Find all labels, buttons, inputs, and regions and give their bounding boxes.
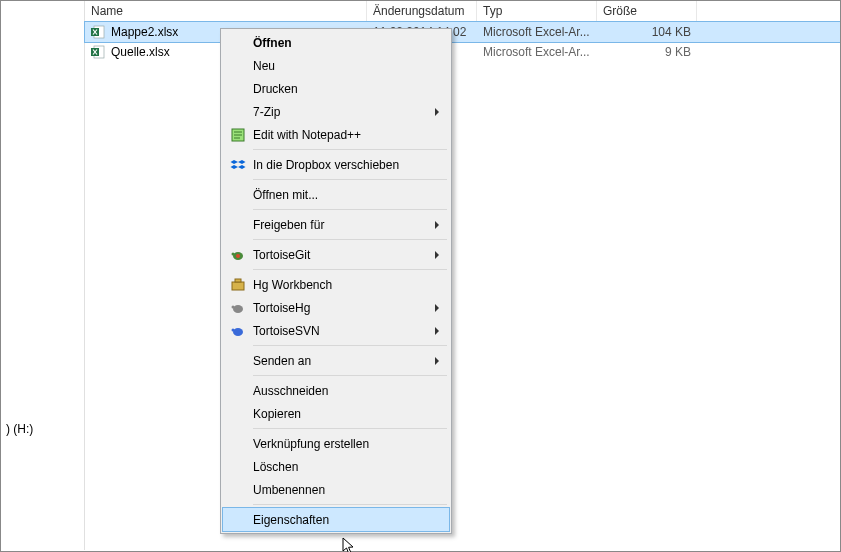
col-type-header[interactable]: Typ [477,0,597,21]
menu-separator [253,345,447,346]
svg-point-12 [233,328,243,336]
menu-tortoisegit[interactable]: TortoiseGit [223,243,449,266]
dropbox-icon [229,156,247,174]
excel-file-icon [91,45,105,59]
submenu-arrow-icon [435,327,439,335]
menu-separator [253,269,447,270]
svg-point-10 [233,305,243,313]
menu-edit-npp[interactable]: Edit with Notepad++ [223,123,449,146]
menu-tortoisesvn[interactable]: TortoiseSVN [223,319,449,342]
file-row[interactable]: Quelle.xlsx Microsoft Excel-Ar... 9 KB [85,42,841,62]
menu-send-to[interactable]: Senden an [223,349,449,372]
col-date-header[interactable]: Änderungsdatum [367,0,477,21]
menu-separator [253,149,447,150]
svg-rect-9 [235,279,241,282]
menu-separator [253,239,447,240]
menu-open-with[interactable]: Öffnen mit... [223,183,449,206]
file-size: 9 KB [597,42,697,62]
menu-separator [253,179,447,180]
svg-rect-8 [232,282,244,290]
file-row[interactable]: Mappe2.xlsx 11.02.2014 14:02 Microsoft E… [85,22,841,42]
file-name: Mappe2.xlsx [111,25,178,39]
menu-print[interactable]: Drucken [223,77,449,100]
svg-point-7 [236,254,240,258]
tortoisegit-icon [229,246,247,264]
submenu-arrow-icon [435,251,439,259]
tree-drive-item[interactable]: ) (H:) [6,420,84,438]
col-size-header[interactable]: Größe [597,0,697,21]
submenu-arrow-icon [435,304,439,312]
submenu-arrow-icon [435,108,439,116]
menu-rename[interactable]: Umbenennen [223,478,449,501]
menu-separator [253,209,447,210]
menu-properties[interactable]: Eigenschaften [223,508,449,531]
menu-copy[interactable]: Kopieren [223,402,449,425]
submenu-arrow-icon [435,357,439,365]
context-menu: Öffnen Neu Drucken 7-Zip Edit with Notep… [220,28,452,534]
menu-share[interactable]: Freigeben für [223,213,449,236]
menu-separator [253,375,447,376]
svg-point-11 [232,306,235,309]
menu-delete[interactable]: Löschen [223,455,449,478]
menu-separator [253,428,447,429]
submenu-arrow-icon [435,221,439,229]
file-name: Quelle.xlsx [111,45,170,59]
menu-create-shortcut[interactable]: Verknüpfung erstellen [223,432,449,455]
menu-7zip[interactable]: 7-Zip [223,100,449,123]
hg-workbench-icon [229,276,247,294]
menu-hg-workbench[interactable]: Hg Workbench [223,273,449,296]
excel-file-icon [91,25,105,39]
file-type: Microsoft Excel-Ar... [477,42,597,62]
menu-open[interactable]: Öffnen [223,31,449,54]
tortoisesvn-icon [229,322,247,340]
svg-point-13 [232,329,235,332]
svg-point-6 [232,253,235,256]
column-header-row: Name Änderungsdatum Typ Größe [85,0,841,22]
menu-separator [253,504,447,505]
col-name-header[interactable]: Name [85,0,367,21]
tortoisehg-icon [229,299,247,317]
menu-cut[interactable]: Ausschneiden [223,379,449,402]
file-size: 104 KB [597,22,697,42]
notepadpp-icon [229,126,247,144]
menu-tortoisehg[interactable]: TortoiseHg [223,296,449,319]
menu-dropbox[interactable]: In die Dropbox verschieben [223,153,449,176]
file-type: Microsoft Excel-Ar... [477,22,597,42]
menu-new[interactable]: Neu [223,54,449,77]
